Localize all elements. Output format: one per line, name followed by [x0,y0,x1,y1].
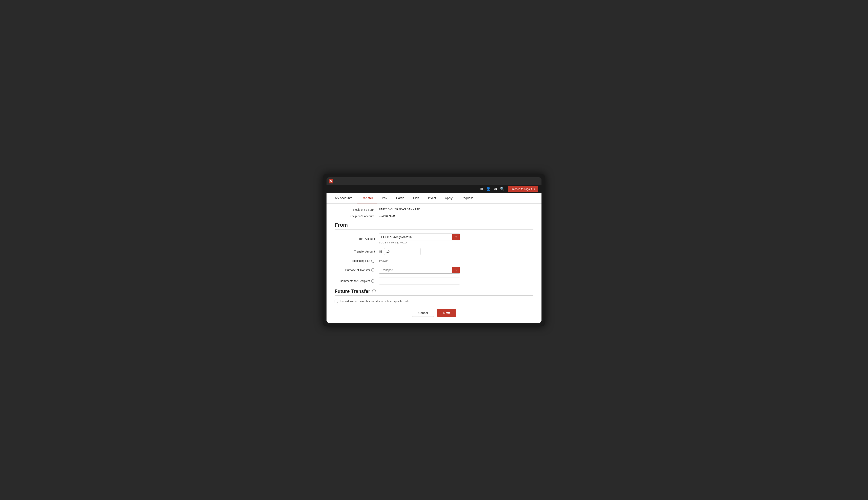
nav-pay[interactable]: Pay [377,193,391,203]
recipient-account-label: Recipient's Account [334,214,379,218]
recipient-bank-label: Recipient's Bank [334,208,379,211]
button-row: Cancel Next [334,309,534,317]
browser-chrome: ✕ [327,178,541,185]
future-transfer-divider [334,295,534,296]
cancel-button[interactable]: Cancel [412,309,434,317]
transfer-amount-input[interactable] [384,248,421,255]
future-transfer-checkbox-label: I would like to make this transfer on a … [340,299,410,303]
future-transfer-checkbox-row: I would like to make this transfer on a … [334,299,534,303]
nav-plan[interactable]: Plan [409,193,423,203]
from-account-select[interactable]: POSB eSavings Account DBS Savings Accoun… [379,234,460,240]
recipient-bank-row: Recipient's Bank UNITED OVERSEAS BANK LT… [334,208,534,211]
processing-fee-value: Waived [379,259,460,263]
recipient-account-row: Recipient's Account 1234567890 [334,214,534,218]
browser-body: ⊞ 👤 ✉ 🔍 Proceed to Logout ⇥ My Accounts … [327,185,541,323]
from-account-label: From Account [334,237,379,240]
from-account-row: From Account POSB eSavings Account DBS S… [334,234,534,244]
nav-request[interactable]: Request [457,193,477,203]
currency-label: S$ [379,250,382,253]
nav-transfer[interactable]: Transfer [357,193,377,203]
from-account-control: POSB eSavings Account DBS Savings Accoun… [379,234,460,244]
nav-apply[interactable]: Apply [441,193,457,203]
logout-button[interactable]: Proceed to Logout ⇥ [508,186,538,192]
mail-icon[interactable]: ✉ [494,187,497,191]
comments-row: Comments for Recipient i [334,277,534,284]
processing-fee-label: Processing Fee i [334,259,379,263]
purpose-select[interactable]: Transport Education Medical Others [379,267,460,273]
transfer-amount-control: S$ [379,248,460,255]
nav-invest[interactable]: Invest [423,193,441,203]
future-transfer-title: Future Transfer i [334,288,534,294]
network-icon[interactable]: ⊞ [480,187,483,191]
comments-info-icon[interactable]: i [372,279,375,283]
page-content: Recipient's Bank UNITED OVERSEAS BANK LT… [327,204,541,323]
future-transfer-checkbox[interactable] [334,299,338,303]
recipient-account-value: 1234567890 [379,214,395,217]
purpose-of-transfer-row: Purpose of Transfer i Transport Educatio… [334,267,534,274]
next-button[interactable]: Next [437,309,456,317]
balance-text: SGD Balance: S$1,400.94 [379,241,460,244]
recipient-bank-value: UNITED OVERSEAS BANK LTD [379,208,420,211]
future-transfer-info-icon[interactable]: i [372,289,376,293]
comments-label: Comments for Recipient i [334,279,379,283]
transfer-amount-row: Transfer Amount S$ [334,248,534,255]
processing-fee-info-icon[interactable]: i [372,259,375,263]
comments-input[interactable] [379,277,460,284]
amount-row: S$ [379,248,460,255]
from-section-title: From [334,222,534,228]
transfer-amount-label: Transfer Amount [334,250,379,253]
nav-my-accounts[interactable]: My Accounts [331,193,357,203]
nav-cards[interactable]: Cards [391,193,409,203]
top-bar: ⊞ 👤 ✉ 🔍 Proceed to Logout ⇥ [327,185,541,193]
search-icon[interactable]: 🔍 [500,187,504,191]
purpose-select-wrapper: Transport Education Medical Others ▾ [379,267,460,274]
from-account-select-wrapper: POSB eSavings Account DBS Savings Accoun… [379,234,460,240]
screen: ✕ ⊞ 👤 ✉ 🔍 Proceed to Logout ⇥ My Account… [323,174,545,327]
purpose-info-icon[interactable]: i [372,268,375,272]
purpose-control: Transport Education Medical Others ▾ [379,267,460,274]
user-icon[interactable]: 👤 [486,187,491,191]
comments-control [379,277,460,284]
logout-icon: ⇥ [533,188,535,191]
close-button[interactable]: ✕ [329,179,333,183]
purpose-of-transfer-label: Purpose of Transfer i [334,268,379,272]
processing-fee-row: Processing Fee i Waived [334,259,534,263]
main-nav: My Accounts Transfer Pay Cards Plan Inve… [327,193,541,204]
